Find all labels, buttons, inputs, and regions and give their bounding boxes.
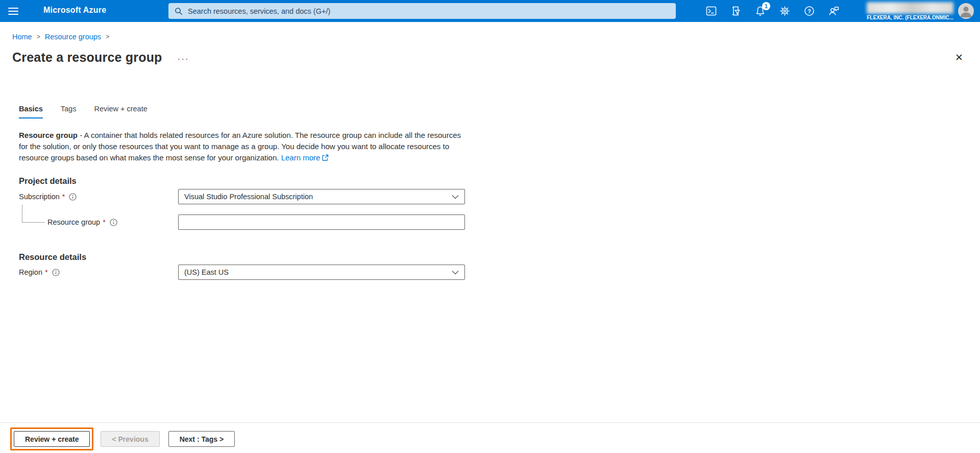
required-asterisk: * (62, 193, 65, 201)
info-icon[interactable] (110, 219, 117, 226)
footer-buttons: Review + create < Previous Next : Tags > (10, 427, 235, 450)
account-menu[interactable]: FLEXERA, INC. (FLEXERA.ONMIC... (867, 2, 953, 20)
directory-filter-icon[interactable] (730, 6, 741, 16)
azure-top-bar: Microsoft Azure 1 ? FLEXERA, INC. (FLEXE… (0, 0, 980, 22)
breadcrumb-home-link[interactable]: Home (12, 33, 32, 41)
breadcrumb-resource-groups-link[interactable]: Resource groups (45, 33, 101, 41)
info-icon[interactable] (69, 193, 77, 201)
field-connector-line (22, 205, 45, 223)
cloud-shell-icon[interactable] (706, 6, 717, 16)
close-blade-icon[interactable]: ✕ (955, 53, 963, 62)
required-asterisk: * (45, 268, 48, 276)
subscription-field-row: Subscription * Visual Studio Professiona… (19, 189, 465, 204)
resource-group-label: Resource group * (47, 214, 178, 230)
external-link-icon (322, 154, 329, 161)
help-icon[interactable]: ? (804, 6, 815, 16)
footer-divider (0, 422, 980, 423)
search-icon (175, 7, 183, 15)
learn-more-link[interactable]: Learn more (281, 153, 321, 162)
next-tags-button[interactable]: Next : Tags > (168, 431, 235, 447)
region-field-row: Region * (US) East US (19, 265, 465, 280)
tab-basics[interactable]: Basics (19, 105, 43, 118)
region-value: (US) East US (184, 268, 229, 276)
feedback-icon[interactable] (828, 6, 839, 16)
tab-review-create[interactable]: Review + create (94, 105, 147, 118)
tab-tags[interactable]: Tags (61, 105, 77, 118)
svg-text:?: ? (807, 8, 811, 14)
azure-brand-logo[interactable]: Microsoft Azure (43, 6, 106, 15)
action-highlight-ring: Review + create (10, 427, 93, 450)
chevron-down-icon (452, 270, 459, 275)
settings-gear-icon[interactable] (779, 6, 790, 16)
resource-group-description: Resource group - A container that holds … (19, 130, 462, 163)
more-options-ellipsis-button[interactable]: ··· (178, 54, 189, 64)
subscription-value: Visual Studio Professional Subscription (184, 193, 313, 201)
global-search-bar[interactable] (168, 3, 676, 19)
region-label: Region * (19, 265, 178, 280)
chevron-down-icon (452, 195, 459, 199)
description-lead: Resource group (19, 131, 78, 139)
region-dropdown[interactable]: (US) East US (178, 265, 465, 280)
redacted-user-email (867, 2, 953, 14)
user-avatar[interactable] (958, 3, 974, 19)
notification-count-badge: 1 (762, 2, 770, 10)
resource-details-heading: Resource details (19, 252, 86, 262)
page-header: Create a resource group ··· (12, 50, 189, 65)
project-details-heading: Project details (19, 176, 77, 186)
tenant-name: FLEXERA, INC. (FLEXERA.ONMIC... (867, 15, 953, 20)
subscription-dropdown[interactable]: Visual Studio Professional Subscription (178, 189, 465, 204)
subscription-label: Subscription * (19, 189, 178, 204)
breadcrumb-separator: > (37, 33, 40, 40)
previous-button[interactable]: < Previous (101, 431, 159, 447)
info-icon[interactable] (52, 269, 60, 276)
required-asterisk: * (103, 218, 106, 226)
hamburger-menu-icon[interactable] (8, 6, 19, 17)
resource-group-name-input[interactable] (178, 214, 465, 230)
page-title: Create a resource group (12, 50, 162, 65)
breadcrumb-separator: > (106, 33, 109, 40)
review-create-button[interactable]: Review + create (14, 431, 90, 447)
wizard-tabs: Basics Tags Review + create (19, 105, 165, 118)
resource-group-field-row: Resource group * (47, 214, 465, 230)
search-input[interactable] (188, 7, 670, 15)
description-text: - A container that holds related resourc… (19, 131, 461, 162)
topbar-icon-group: 1 ? (706, 0, 839, 22)
notifications-bell-icon[interactable]: 1 (755, 6, 766, 16)
breadcrumb: Home > Resource groups > (12, 33, 114, 41)
